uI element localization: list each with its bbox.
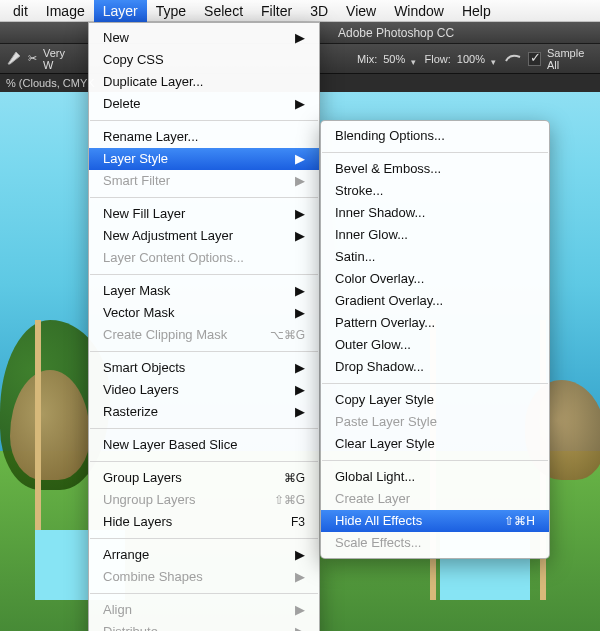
menu-item-label: Rasterize bbox=[103, 403, 295, 421]
layer-menu-hide-layers[interactable]: Hide LayersF3 bbox=[89, 511, 319, 533]
layer-menu-new-adjustment-layer[interactable]: New Adjustment Layer▶ bbox=[89, 225, 319, 247]
layer-menu-ungroup-layers: Ungroup Layers⇧⌘G bbox=[89, 489, 319, 511]
layer-menu-new-fill-layer[interactable]: New Fill Layer▶ bbox=[89, 203, 319, 225]
layer-menu-layer-content-options: Layer Content Options... bbox=[89, 247, 319, 269]
layer-menu-duplicate-layer[interactable]: Duplicate Layer... bbox=[89, 71, 319, 93]
menu-item-label: New Fill Layer bbox=[103, 205, 295, 223]
menu-separator bbox=[90, 197, 318, 198]
layer-menu-video-layers[interactable]: Video Layers▶ bbox=[89, 379, 319, 401]
flow-value[interactable]: 100% bbox=[457, 53, 485, 65]
style-submenu-pattern-overlay[interactable]: Pattern Overlay... bbox=[321, 312, 549, 334]
layer-menu-new-layer-based-slice[interactable]: New Layer Based Slice bbox=[89, 434, 319, 456]
scissors-icon[interactable]: ✂ bbox=[28, 52, 37, 65]
sample-all-checkbox[interactable] bbox=[528, 52, 541, 66]
layer-menu-group-layers[interactable]: Group Layers⌘G bbox=[89, 467, 319, 489]
menu-item-shortcut: ⌥⌘G bbox=[260, 326, 305, 344]
menu-item-shortcut: F3 bbox=[281, 513, 305, 531]
menu-item-label: Copy Layer Style bbox=[335, 391, 535, 409]
menubar-item-3d[interactable]: 3D bbox=[301, 0, 337, 22]
layer-menu-delete[interactable]: Delete▶ bbox=[89, 93, 319, 115]
layer-menu-layer-style[interactable]: Layer Style▶ bbox=[89, 148, 319, 170]
style-submenu-bevel-emboss[interactable]: Bevel & Emboss... bbox=[321, 158, 549, 180]
layer-menu-arrange[interactable]: Arrange▶ bbox=[89, 544, 319, 566]
menubar: ditImageLayerTypeSelectFilter3DViewWindo… bbox=[0, 0, 600, 22]
submenu-arrow-icon: ▶ bbox=[295, 546, 305, 564]
style-submenu-paste-layer-style: Paste Layer Style bbox=[321, 411, 549, 433]
menu-item-label: Pattern Overlay... bbox=[335, 314, 535, 332]
tab-label: % (Clouds, CMYK bbox=[6, 77, 95, 89]
menubar-item-window[interactable]: Window bbox=[385, 0, 453, 22]
menu-item-label: Distribute bbox=[103, 623, 295, 631]
submenu-arrow-icon: ▶ bbox=[295, 403, 305, 421]
menubar-item-filter[interactable]: Filter bbox=[252, 0, 301, 22]
layer-menu-distribute: Distribute▶ bbox=[89, 621, 319, 631]
menu-item-label: Satin... bbox=[335, 248, 535, 266]
menu-item-label: Bevel & Emboss... bbox=[335, 160, 535, 178]
layer-menu-rename-layer[interactable]: Rename Layer... bbox=[89, 126, 319, 148]
mix-label: Mix: bbox=[357, 53, 377, 65]
menu-item-label: Create Clipping Mask bbox=[103, 326, 260, 344]
style-submenu-scale-effects: Scale Effects... bbox=[321, 532, 549, 554]
style-submenu-global-light[interactable]: Global Light... bbox=[321, 466, 549, 488]
submenu-arrow-icon: ▶ bbox=[295, 568, 305, 586]
airbrush-icon[interactable] bbox=[504, 51, 522, 67]
tool-icon[interactable] bbox=[6, 50, 22, 68]
menubar-item-view[interactable]: View bbox=[337, 0, 385, 22]
style-submenu-color-overlay[interactable]: Color Overlay... bbox=[321, 268, 549, 290]
menu-item-label: New Layer Based Slice bbox=[103, 436, 305, 454]
menu-separator bbox=[90, 120, 318, 121]
menubar-item-help[interactable]: Help bbox=[453, 0, 500, 22]
menu-item-label: Blending Options... bbox=[335, 127, 535, 145]
menu-separator bbox=[90, 274, 318, 275]
style-submenu-satin[interactable]: Satin... bbox=[321, 246, 549, 268]
chevron-down-icon[interactable] bbox=[411, 55, 418, 63]
menu-item-shortcut: ⇧⌘H bbox=[494, 512, 535, 530]
brush-size-dropdown[interactable]: Very W bbox=[43, 47, 75, 71]
style-submenu-inner-shadow[interactable]: Inner Shadow... bbox=[321, 202, 549, 224]
submenu-arrow-icon: ▶ bbox=[295, 623, 305, 631]
menu-separator bbox=[322, 460, 548, 461]
menu-item-shortcut: ⌘G bbox=[274, 469, 305, 487]
menubar-item-layer[interactable]: Layer bbox=[94, 0, 147, 22]
style-submenu-outer-glow[interactable]: Outer Glow... bbox=[321, 334, 549, 356]
submenu-arrow-icon: ▶ bbox=[295, 95, 305, 113]
layer-menu-smart-objects[interactable]: Smart Objects▶ bbox=[89, 357, 319, 379]
style-submenu-blending-options[interactable]: Blending Options... bbox=[321, 125, 549, 147]
menu-item-label: Global Light... bbox=[335, 468, 535, 486]
style-submenu-gradient-overlay[interactable]: Gradient Overlay... bbox=[321, 290, 549, 312]
menu-item-label: Color Overlay... bbox=[335, 270, 535, 288]
style-submenu-create-layer: Create Layer bbox=[321, 488, 549, 510]
menu-item-label: Stroke... bbox=[335, 182, 535, 200]
layer-menu-layer-mask[interactable]: Layer Mask▶ bbox=[89, 280, 319, 302]
layer-menu-new[interactable]: New▶ bbox=[89, 27, 319, 49]
menubar-item-image[interactable]: Image bbox=[37, 0, 94, 22]
style-submenu-stroke[interactable]: Stroke... bbox=[321, 180, 549, 202]
style-submenu-inner-glow[interactable]: Inner Glow... bbox=[321, 224, 549, 246]
style-submenu-clear-layer-style[interactable]: Clear Layer Style bbox=[321, 433, 549, 455]
layer-menu-copy-css[interactable]: Copy CSS bbox=[89, 49, 319, 71]
mix-value[interactable]: 50% bbox=[383, 53, 405, 65]
style-submenu-hide-all-effects[interactable]: Hide All Effects⇧⌘H bbox=[321, 510, 549, 532]
layer-menu-smart-filter: Smart Filter▶ bbox=[89, 170, 319, 192]
menubar-item-select[interactable]: Select bbox=[195, 0, 252, 22]
style-submenu-drop-shadow[interactable]: Drop Shadow... bbox=[321, 356, 549, 378]
menu-separator bbox=[322, 383, 548, 384]
menu-item-label: Layer Content Options... bbox=[103, 249, 305, 267]
menu-item-label: Drop Shadow... bbox=[335, 358, 535, 376]
menu-item-label: Delete bbox=[103, 95, 295, 113]
menu-item-label: Hide All Effects bbox=[335, 512, 494, 530]
submenu-arrow-icon: ▶ bbox=[295, 29, 305, 47]
flow-label: Flow: bbox=[425, 53, 451, 65]
chevron-down-icon[interactable] bbox=[491, 55, 498, 63]
submenu-arrow-icon: ▶ bbox=[295, 172, 305, 190]
menubar-item-type[interactable]: Type bbox=[147, 0, 195, 22]
menubar-item-dit[interactable]: dit bbox=[4, 0, 37, 22]
menu-item-label: Copy CSS bbox=[103, 51, 305, 69]
layer-menu-rasterize[interactable]: Rasterize▶ bbox=[89, 401, 319, 423]
layer-menu-vector-mask[interactable]: Vector Mask▶ bbox=[89, 302, 319, 324]
menu-separator bbox=[90, 538, 318, 539]
menu-item-label: Duplicate Layer... bbox=[103, 73, 305, 91]
style-submenu-copy-layer-style[interactable]: Copy Layer Style bbox=[321, 389, 549, 411]
submenu-arrow-icon: ▶ bbox=[295, 601, 305, 619]
menu-item-label: New bbox=[103, 29, 295, 47]
